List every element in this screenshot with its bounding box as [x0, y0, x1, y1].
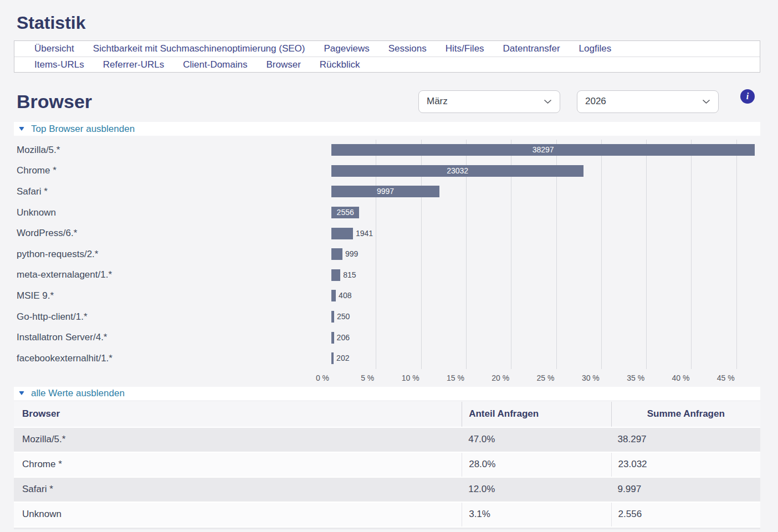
nav-item-logfiles[interactable]: Logfiles	[579, 43, 612, 54]
table-row: Unknown3.1%2.556	[14, 502, 760, 526]
chart-bar-area: 202	[331, 352, 760, 364]
chart-bar-value: 1941	[356, 228, 373, 239]
chart-row: Unknown2556	[14, 202, 760, 223]
chart-row: python-requests/2.*999	[14, 244, 760, 265]
table-toggle-band: alle Werte ausblenden	[14, 387, 760, 400]
table-body: Mozilla/5.*47.0%38.297Chrome *28.0%23.03…	[14, 427, 760, 526]
chevron-down-icon	[702, 99, 710, 104]
chart-category-label: MSIE 9.*	[14, 290, 331, 301]
x-axis-tick-label: 20 %	[476, 374, 509, 382]
table-cell-browser: Safari *	[14, 478, 462, 502]
table-header-anteil: Anteil Anfragen	[462, 402, 611, 427]
table-cell-browser: Mozilla/5.*	[14, 428, 462, 452]
chart-category-label: facebookexternalhit/1.*	[14, 353, 331, 364]
filters: März 2026 i	[418, 90, 760, 113]
table-cell-browser: Chrome *	[14, 453, 462, 477]
table-row-partial	[14, 526, 760, 529]
nav-item-referrer-urls[interactable]: Referrer-URLs	[103, 59, 165, 70]
table-row: Mozilla/5.*47.0%38.297	[14, 427, 760, 452]
table-cell-summe: 9.997	[611, 478, 760, 502]
month-select[interactable]: März	[418, 90, 560, 113]
table-row: Safari *12.0%9.997	[14, 477, 760, 502]
chart-category-label: Go-http-client/1.*	[14, 311, 331, 323]
x-axis-tick-label: 30 %	[566, 374, 600, 382]
table-cell-anteil: 47.0%	[462, 428, 611, 452]
page-content: Statistik ÜbersichtSichtbarkeit mit Such…	[14, 12, 760, 529]
table-cell-summe: 23.032	[611, 453, 760, 477]
table-cell-anteil: 28.0%	[462, 453, 611, 477]
month-select-value: März	[427, 96, 448, 107]
x-axis-tick-label: 35 %	[611, 374, 644, 382]
chart-category-label: Chrome *	[14, 165, 331, 176]
nav-item--bersicht[interactable]: Übersicht	[34, 43, 74, 54]
year-select[interactable]: 2026	[577, 90, 719, 113]
chart-row: WordPress/6.*1941	[14, 223, 760, 244]
chart-bar-value: 9997	[331, 186, 439, 197]
chart-row: Chrome *23032	[14, 161, 760, 182]
chart-bar	[331, 248, 342, 260]
nav-item-r-ckblick[interactable]: Rückblick	[320, 59, 360, 70]
table-row: Chrome *28.0%23.032	[14, 452, 760, 477]
chevron-down-icon	[544, 99, 552, 104]
nav-item-sichtbarkeit-mit-suchmaschinenoptimierung-seo-[interactable]: Sichtbarkeit mit Suchmaschinenoptimierun…	[93, 43, 305, 54]
nav-item-hits-files[interactable]: Hits/Files	[446, 43, 484, 54]
info-icon[interactable]: i	[740, 89, 755, 104]
x-axis-tick-label: 5 %	[341, 374, 374, 382]
table-header-summe: Summe Anfragen	[611, 402, 760, 427]
chart-bar	[331, 290, 336, 301]
main-navigation: ÜbersichtSichtbarkeit mit Suchmaschineno…	[14, 40, 760, 73]
chart-bar-value: 999	[345, 248, 358, 260]
chart-category-label: Unknown	[14, 207, 331, 218]
x-axis-tick-label: 0 %	[296, 374, 329, 382]
nav-item-client-domains[interactable]: Client-Domains	[183, 59, 247, 70]
chart-bar	[331, 311, 334, 323]
nav-item-datentransfer[interactable]: Datentransfer	[503, 43, 560, 54]
chart-bar-value: 23032	[331, 165, 584, 177]
x-axis-tick-label: 45 %	[702, 374, 735, 382]
chart-bar-area: 2556	[331, 207, 760, 218]
page-title: Statistik	[17, 12, 760, 34]
nav-row-2: Items-URLsReferrer-URLsClient-DomainsBro…	[14, 57, 760, 72]
chart-bar-area: 815	[331, 269, 760, 281]
nav-item-pageviews[interactable]: Pageviews	[324, 43, 369, 54]
chart-category-label: Safari *	[14, 186, 331, 197]
table-header-browser: Browser	[14, 402, 462, 427]
triangle-down-icon	[19, 127, 24, 131]
x-axis-tick-label: 15 %	[431, 374, 464, 382]
table-cell-anteil: 12.0%	[462, 478, 611, 502]
nav-item-sessions[interactable]: Sessions	[388, 43, 427, 54]
chart-bar-value: 38297	[331, 144, 755, 156]
chart-bar-value: 206	[337, 332, 350, 344]
table-cell-browser: Unknown	[14, 503, 462, 526]
chart-bar-area: 23032	[331, 165, 760, 177]
chart-bar-area: 1941	[331, 228, 760, 239]
chart-bar	[331, 228, 353, 239]
chart-row: facebookexternalhit/1.*202	[14, 348, 760, 369]
nav-row-1: ÜbersichtSichtbarkeit mit Suchmaschineno…	[14, 41, 760, 57]
chart-row: MSIE 9.*408	[14, 285, 760, 306]
chart-category-label: Mozilla/5.*	[14, 145, 331, 156]
x-axis-tick-label: 40 %	[656, 374, 689, 382]
x-axis-tick-label: 10 %	[386, 374, 419, 382]
x-axis-tick-label: 25 %	[521, 374, 555, 382]
chart-bar	[331, 352, 334, 364]
chart-bar	[331, 332, 334, 344]
year-select-value: 2026	[585, 96, 606, 107]
chart-bar-value: 2556	[331, 207, 359, 218]
chart-bar-area: 999	[331, 248, 760, 260]
hide-all-values-link[interactable]: alle Werte ausblenden	[31, 388, 125, 399]
browser-table: Browser Anteil Anfragen Summe Anfragen M…	[14, 402, 760, 529]
chart-bar-area: 408	[331, 290, 760, 301]
chart-rows: Mozilla/5.*38297Chrome *23032Safari *999…	[14, 140, 760, 369]
section-header: Browser März 2026 i	[14, 89, 760, 114]
table-header-row: Browser Anteil Anfragen Summe Anfragen	[14, 402, 760, 427]
table-cell-summe: 2.556	[611, 503, 760, 526]
browser-bar-chart: Mozilla/5.*38297Chrome *23032Safari *999…	[14, 140, 760, 385]
table-cell-summe: 38.297	[611, 428, 760, 452]
chart-row: Installatron Server/4.*206	[14, 327, 760, 348]
hide-top-browser-link[interactable]: Top Browser ausblenden	[31, 124, 135, 135]
nav-item-browser[interactable]: Browser	[266, 59, 300, 70]
chart-row: Mozilla/5.*38297	[14, 140, 760, 161]
chart-bar-value: 408	[339, 290, 351, 301]
nav-item-items-urls[interactable]: Items-URLs	[34, 59, 84, 70]
